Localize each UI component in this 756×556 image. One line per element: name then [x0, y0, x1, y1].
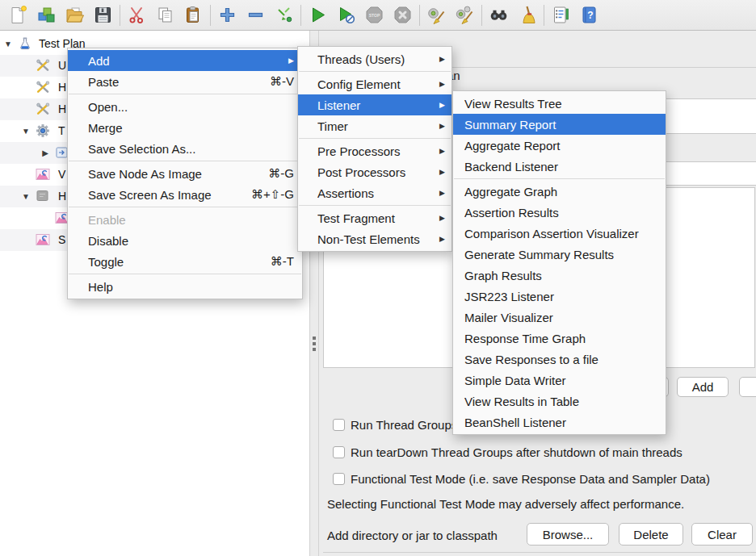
- menu-item-enable[interactable]: Enable: [68, 209, 302, 230]
- remove-icon[interactable]: [246, 5, 266, 25]
- menu-item-timer[interactable]: Timer▶: [298, 115, 452, 136]
- submenu-arrow-icon: ▶: [439, 80, 445, 88]
- menu-item-non-test-elements[interactable]: Non-Test Elements▶: [298, 228, 452, 249]
- submenu-arrow-icon: ▶: [439, 122, 445, 130]
- run-teardown-checkbox[interactable]: [333, 446, 345, 458]
- menu-item-label: Toggle: [88, 255, 256, 269]
- config-icon: [36, 102, 50, 116]
- menu-item-label: Save Node As Image: [88, 167, 254, 181]
- menu-item-graph-results[interactable]: Graph Results: [453, 265, 666, 286]
- menu-item-label: Mailer Visualizer: [464, 311, 657, 324]
- menu-item-toggle[interactable]: Toggle⌘-T: [68, 251, 302, 272]
- collapse-arrow-icon[interactable]: ▼: [3, 40, 13, 48]
- divider-grip-icon[interactable]: [313, 337, 316, 353]
- toolbar-group: [482, 5, 544, 26]
- shutdown-icon[interactable]: [393, 5, 413, 25]
- menu-item-save-selection-as[interactable]: Save Selection As...: [68, 138, 302, 159]
- toolbar-group: [211, 5, 301, 26]
- menu-item-post-processors[interactable]: Post Processors▶: [298, 161, 452, 182]
- paste-icon[interactable]: [183, 5, 204, 25]
- menu-item-generate-summary-results[interactable]: Generate Summary Results: [453, 244, 666, 265]
- menu-item-label: Add: [88, 54, 282, 68]
- submenu-arrow-icon: ▶: [439, 214, 445, 222]
- menu-item-label: Response Time Graph: [464, 332, 657, 345]
- config-icon: [36, 58, 50, 73]
- menu-item-beanshell-listener[interactable]: BeanShell Listener: [453, 412, 666, 433]
- menu-item-save-node-as-image[interactable]: Save Node As Image⌘-G: [68, 163, 302, 184]
- submenu-arrow-icon: ▶: [439, 168, 445, 176]
- toggle-arrows-icon[interactable]: [274, 5, 294, 25]
- search-icon[interactable]: [489, 5, 509, 25]
- delete-button[interactable]: Delete: [619, 523, 683, 546]
- menu-item-label: JSR223 Listener: [464, 290, 657, 303]
- run-consecutively-checkbox[interactable]: [333, 419, 345, 431]
- partial-button-right[interactable]: [739, 377, 756, 397]
- menu-item-comparison-assertion-visualizer[interactable]: Comparison Assertion Visualizer: [453, 223, 666, 244]
- menu-item-simple-data-writer[interactable]: Simple Data Writer: [453, 370, 666, 391]
- browse-button[interactable]: Browse...: [527, 523, 609, 546]
- add-icon[interactable]: [217, 5, 237, 25]
- menu-item-threads-users[interactable]: Threads (Users)▶: [298, 48, 452, 69]
- expand-arrow-icon[interactable]: ▶: [40, 148, 50, 157]
- toolbar-group: ?: [544, 5, 606, 26]
- function-helper-icon[interactable]: [551, 5, 571, 25]
- add-button[interactable]: Add: [677, 377, 729, 397]
- tree-node-label: H: [58, 102, 66, 115]
- templates-icon[interactable]: [36, 5, 57, 25]
- start-icon[interactable]: [308, 5, 328, 25]
- tree-context-menu: Add▶Paste⌘-VOpen...MergeSave Selection A…: [67, 48, 303, 299]
- stop-icon[interactable]: STOP: [364, 5, 384, 25]
- menu-item-listener[interactable]: Listener▶: [298, 94, 452, 115]
- menu-item-add[interactable]: Add▶: [68, 50, 302, 71]
- menu-item-label: Simple Data Writer: [464, 374, 657, 387]
- menu-item-aggregate-report[interactable]: Aggregate Report: [453, 135, 666, 156]
- open-icon[interactable]: [65, 5, 85, 25]
- menu-item-config-element[interactable]: Config Element▶: [298, 73, 452, 94]
- menu-item-paste[interactable]: Paste⌘-V: [68, 71, 302, 92]
- menu-item-save-screen-as-image[interactable]: Save Screen As Image⌘+⇧-G: [68, 184, 302, 205]
- copy-icon[interactable]: [155, 5, 175, 25]
- menu-item-help[interactable]: Help: [68, 276, 302, 297]
- menu-item-mailer-visualizer[interactable]: Mailer Visualizer: [453, 307, 666, 328]
- functional-mode-checkbox[interactable]: [333, 473, 345, 485]
- menu-item-pre-processors[interactable]: Pre Processors▶: [298, 140, 452, 161]
- menu-item-assertions[interactable]: Assertions▶: [298, 182, 452, 203]
- clear-all-icon[interactable]: [455, 5, 475, 25]
- menu-item-disable[interactable]: Disable: [68, 230, 302, 251]
- menu-item-view-results-tree[interactable]: View Results Tree: [453, 93, 666, 114]
- start-no-pauses-icon[interactable]: [336, 5, 356, 25]
- menu-item-backend-listener[interactable]: Backend Listener: [453, 156, 666, 177]
- clear-search-icon[interactable]: [517, 5, 537, 25]
- clear-icon[interactable]: [426, 5, 447, 25]
- menu-item-label: Non-Test Elements: [317, 232, 433, 246]
- save-icon[interactable]: [93, 5, 113, 25]
- bottom-divider: [323, 552, 756, 553]
- menu-item-assertion-results[interactable]: Assertion Results: [453, 202, 666, 223]
- menu-item-label: Open...: [88, 100, 294, 114]
- collapse-arrow-icon[interactable]: ▼: [21, 192, 31, 201]
- menu-item-aggregate-graph[interactable]: Aggregate Graph: [453, 181, 666, 202]
- menu-item-label: Generate Summary Results: [464, 248, 657, 261]
- menu-separator: [299, 71, 451, 72]
- new-file-icon[interactable]: [8, 5, 28, 25]
- clear-button[interactable]: Clear: [691, 523, 753, 546]
- menu-item-response-time-graph[interactable]: Response Time Graph: [453, 328, 666, 349]
- toolbar-group: STOP: [301, 5, 420, 26]
- run-teardown-label: Run tearDown Thread Groups after shutdow…: [351, 445, 682, 459]
- menu-item-test-fragment[interactable]: Test Fragment▶: [298, 207, 452, 228]
- menu-item-merge[interactable]: Merge: [68, 117, 302, 138]
- menu-item-save-responses-to-a-file[interactable]: Save Responses to a file: [453, 349, 666, 370]
- menu-item-open[interactable]: Open...: [68, 96, 302, 117]
- menu-item-label: Aggregate Graph: [464, 185, 657, 199]
- menu-item-jsr223-listener[interactable]: JSR223 Listener: [453, 286, 666, 307]
- collapse-arrow-icon[interactable]: ▼: [21, 127, 31, 136]
- toolbar-group: [420, 5, 482, 26]
- menu-item-label: View Results Tree: [464, 97, 657, 111]
- run-teardown-row: Run tearDown Thread Groups after shutdow…: [333, 445, 682, 459]
- menu-separator: [69, 274, 301, 274]
- menu-item-view-results-in-table[interactable]: View Results in Table: [453, 391, 666, 412]
- cut-icon[interactable]: [127, 5, 147, 25]
- help-icon[interactable]: ?: [579, 5, 599, 25]
- menu-item-summary-report[interactable]: Summary Report: [453, 114, 666, 135]
- submenu-arrow-icon: ▶: [439, 235, 445, 243]
